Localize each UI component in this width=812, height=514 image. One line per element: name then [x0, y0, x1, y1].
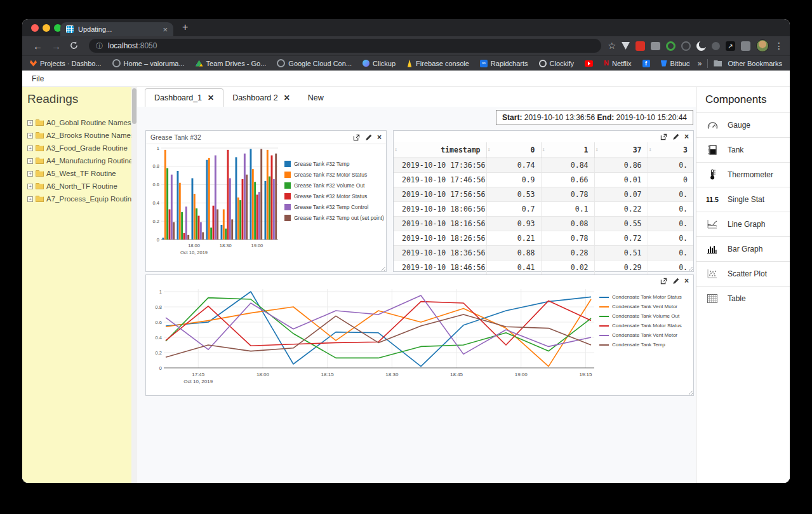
tree-item[interactable]: +A0_Gobal Routine Names	[27, 116, 130, 129]
bookmark-item[interactable]: ∞Rapidcharts	[480, 60, 528, 67]
legend-item[interactable]: Condensate Tank Motor Status	[599, 323, 682, 328]
table-row[interactable]: 2019-10-10 17:36:560.740.840.860.	[394, 158, 693, 173]
table-row[interactable]: 2019-10-10 18:06:560.70.10.220.	[394, 202, 693, 217]
browser-tab[interactable]: Updating... ×	[60, 22, 173, 36]
sort-icon[interactable]: ↕	[649, 146, 652, 152]
tree-item[interactable]: +A7_Process_Equip Routine	[27, 193, 130, 205]
extension-camera-icon[interactable]	[651, 42, 660, 50]
column-header[interactable]: ↕1	[541, 142, 594, 158]
component-item-single-stat[interactable]: 11.5Single Stat	[696, 187, 790, 212]
sidebar-scrollbar[interactable]	[131, 87, 137, 483]
tab-close-icon[interactable]: ×	[163, 25, 168, 34]
bookmark-item[interactable]: Projects · Dashbo...	[30, 60, 102, 67]
open-icon[interactable]	[660, 278, 667, 285]
table-row[interactable]: 2019-10-10 17:56:560.530.780.070.	[394, 187, 693, 202]
resize-handle[interactable]	[687, 389, 693, 395]
legend-item[interactable]: Grease Tank #32 Motor Status	[284, 172, 384, 178]
close-icon[interactable]: ×	[684, 278, 689, 285]
minimize-window-button[interactable]	[43, 24, 50, 32]
legend-item[interactable]: Grease Tank #32 Volume Out	[284, 182, 384, 189]
expand-icon[interactable]: +	[27, 171, 33, 177]
column-header[interactable]: ↕37	[594, 142, 648, 158]
component-item-bar-graph[interactable]: Bar Graph	[696, 236, 790, 261]
extension-green-ring-icon[interactable]	[666, 41, 676, 51]
column-header[interactable]: ↕3	[648, 142, 693, 158]
legend-item[interactable]: Grease Tank #32 Motor Status	[284, 193, 384, 200]
dashboard-tab[interactable]: New	[299, 88, 333, 107]
extension-disabled-icon[interactable]	[712, 42, 720, 50]
open-icon[interactable]	[353, 134, 360, 141]
sort-icon[interactable]: ↕	[596, 146, 599, 152]
table-row[interactable]: 2019-10-10 18:36:560.880.280.510.	[394, 246, 693, 260]
bookmark-item[interactable]: f	[642, 60, 650, 67]
bookmark-item[interactable]: Google Cloud Con...	[277, 59, 352, 67]
table-row[interactable]: 2019-10-10 17:46:560.90.660.010	[394, 173, 693, 187]
close-icon[interactable]: ×	[684, 133, 689, 140]
extension-info-icon[interactable]	[681, 41, 691, 51]
extension-v-icon[interactable]	[622, 42, 630, 50]
file-menu[interactable]: File	[32, 74, 44, 83]
sidebar-scrollbar-thumb[interactable]	[132, 88, 136, 124]
edit-icon[interactable]	[672, 133, 679, 140]
legend-item[interactable]: Condensate Tank Temp	[599, 342, 682, 348]
component-item-tank[interactable]: Tank	[696, 137, 790, 162]
table-row[interactable]: 2019-10-10 18:46:560.410.020.290.	[394, 260, 693, 275]
resize-handle[interactable]	[380, 265, 385, 271]
bookmark-item[interactable]: Bitbucket	[661, 60, 690, 67]
bookmarks-overflow-icon[interactable]: »	[698, 59, 702, 68]
bookmark-star-icon[interactable]: ☆	[608, 41, 616, 51]
tree-item[interactable]: +A2_Brooks Routine Names	[27, 129, 130, 142]
legend-item[interactable]: Grease Tank #32 Temp	[284, 161, 384, 167]
close-window-button[interactable]	[31, 24, 39, 32]
expand-icon[interactable]: +	[27, 184, 33, 189]
back-icon[interactable]: ←	[33, 41, 43, 51]
other-bookmarks-button[interactable]: Other Bookmarks	[728, 60, 782, 67]
bookmark-item[interactable]	[585, 60, 593, 67]
sort-icon[interactable]: ↕	[488, 146, 491, 152]
open-icon[interactable]	[660, 133, 667, 140]
legend-item[interactable]: Condensate Tank Volume Out	[599, 313, 682, 319]
close-icon[interactable]: ×	[377, 134, 382, 141]
bookmark-item[interactable]: Home – valoruma...	[112, 59, 185, 67]
expand-icon[interactable]: +	[27, 196, 33, 202]
edit-icon[interactable]	[365, 134, 372, 141]
dashboard-tab[interactable]: Dashboard 2✕	[223, 88, 299, 107]
dashboard-tab[interactable]: Dashboard_1✕	[145, 88, 223, 107]
legend-item[interactable]: Condensate Tank Motor Status	[599, 294, 682, 300]
component-item-scatter-plot[interactable]: Scatter Plot	[696, 261, 790, 286]
table-row[interactable]: 2019-10-10 18:16:560.930.080.550.	[394, 217, 693, 231]
kebab-menu-icon[interactable]: ⋮	[775, 41, 783, 51]
sort-icon[interactable]: ↕	[542, 146, 545, 152]
component-item-line-graph[interactable]: Line Graph	[696, 212, 790, 236]
extension-gray-icon[interactable]	[741, 41, 750, 51]
profile-avatar[interactable]	[756, 39, 769, 52]
bookmark-item[interactable]: Clickup	[363, 60, 396, 67]
bookmark-item[interactable]: Clockify	[539, 60, 575, 67]
new-tab-button[interactable]: +	[182, 22, 188, 33]
component-item-gauge[interactable]: Gauge	[696, 112, 790, 137]
tree-item[interactable]: +A5_West_TF Routine	[27, 167, 130, 180]
expand-icon[interactable]: +	[27, 158, 33, 164]
tab-close-icon[interactable]: ✕	[284, 93, 290, 102]
component-item-thermometer[interactable]: Thermometer	[696, 162, 790, 187]
expand-icon[interactable]: +	[27, 145, 33, 151]
dark-mode-icon[interactable]	[696, 41, 706, 51]
extension-arrow-icon[interactable]: ↗	[726, 41, 735, 51]
site-info-icon[interactable]: ⓘ	[96, 41, 103, 51]
tree-item[interactable]: +A6_North_TF Routine	[27, 180, 130, 193]
address-bar[interactable]: ⓘ localhost :8050	[89, 39, 601, 53]
expand-icon[interactable]: +	[27, 133, 33, 139]
bookmark-item[interactable]: NNetflix	[604, 60, 632, 67]
legend-item[interactable]: Grease Tank #32 Temp out (set point)	[284, 215, 384, 221]
tab-close-icon[interactable]: ✕	[208, 93, 214, 102]
legend-item[interactable]: Condensate Tank Vent Motor	[599, 332, 682, 338]
forward-icon[interactable]: →	[51, 41, 61, 51]
table-row[interactable]: 2019-10-10 18:26:560.210.780.720.	[394, 231, 693, 246]
component-item-table[interactable]: Table	[696, 286, 790, 311]
bookmark-item[interactable]: Firebase console	[406, 60, 469, 67]
column-header[interactable]: ↕0	[486, 142, 541, 158]
tree-item[interactable]: +A3_Food_Grade Routine	[27, 142, 130, 154]
tree-item[interactable]: +A4_Manufacturing Routine	[27, 154, 130, 167]
bookmark-item[interactable]: Team Drives - Go...	[196, 60, 267, 67]
column-header[interactable]: ↕timestamp	[394, 142, 486, 158]
